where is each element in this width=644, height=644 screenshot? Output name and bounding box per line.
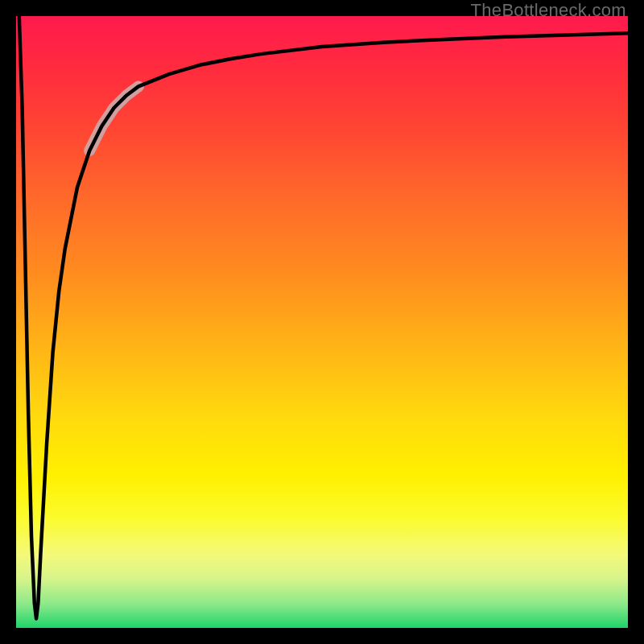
chart-frame: TheBottleneck.com — [0, 0, 644, 644]
curve-layer — [16, 16, 628, 628]
highlight-segment — [89, 86, 138, 151]
watermark-text: TheBottleneck.com — [471, 0, 626, 21]
